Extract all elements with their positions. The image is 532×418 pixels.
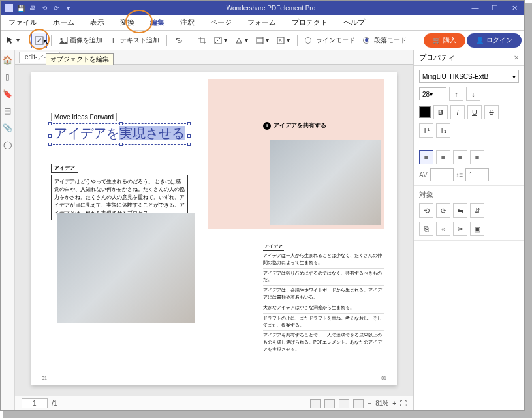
extract-icon[interactable]: ⎘ — [419, 222, 433, 236]
minimize-button[interactable]: — — [465, 1, 485, 15]
svg-text:B: B — [279, 38, 282, 43]
redo-icon[interactable]: ⟳ — [52, 3, 61, 12]
font-size-input[interactable]: 28 ▾ — [419, 87, 446, 100]
rotate-left-icon[interactable]: ⟲ — [419, 203, 433, 218]
close-button[interactable]: ✕ — [505, 1, 524, 15]
properties-title: プロパティ — [419, 53, 455, 63]
buy-button[interactable]: 🛒 購入 — [424, 33, 465, 48]
line-spacing-input[interactable] — [465, 168, 489, 181]
flip-vertical-icon[interactable]: ⇵ — [470, 203, 484, 218]
menu-convert[interactable]: 変換 — [112, 15, 142, 30]
search-icon[interactable]: ◯ — [3, 140, 12, 149]
idea-text-block-2[interactable]: アイデア アイデアは一人から生まれることは少なく、たくさんの仲間の協力によって生… — [263, 243, 384, 355]
zoom-out-icon[interactable]: − — [368, 400, 371, 407]
status-bar: 1 /1 − 81% + ⛶ — [15, 396, 413, 410]
watermark-tool[interactable]: ▾ — [211, 33, 230, 48]
page-input[interactable]: 1 — [22, 398, 48, 408]
view-two-page-icon[interactable] — [339, 399, 349, 408]
underline-icon[interactable]: U — [467, 105, 482, 119]
flip-horizontal-icon[interactable]: ⇋ — [453, 203, 467, 218]
app-title: Wondershare PDFelement Pro — [76, 5, 465, 12]
panel-close-icon[interactable]: ✕ — [514, 54, 519, 61]
edit-toolbar: ▾ 画像を追加 Tテキスト追加 ▾ ▾ ▾ B▾ ラインモード 段落モード 🛒 … — [1, 31, 524, 50]
edit-object-tooltip: オブジェクトを編集 — [46, 53, 114, 65]
menu-protect[interactable]: プロテクト — [284, 15, 336, 30]
char-spacing-icon: AV — [419, 172, 428, 179]
crop-tool[interactable] — [195, 33, 210, 48]
svg-point-3 — [61, 38, 63, 40]
rotate-right-icon[interactable]: ⟳ — [436, 203, 450, 218]
view-continuous-icon[interactable] — [324, 399, 335, 408]
document-canvas[interactable]: Move Ideas Forward アイデアを実現させる iアイデアを共有する… — [15, 65, 413, 396]
strikethrough-icon[interactable]: S — [484, 105, 499, 119]
italic-icon[interactable]: I — [450, 105, 465, 119]
headline-jp-selection[interactable]: アイデアを実現させる — [50, 123, 189, 145]
share-badge: iアイデアを共有する — [263, 121, 326, 130]
bold-icon[interactable]: B — [433, 105, 448, 119]
photo-pottery[interactable] — [57, 213, 195, 323]
svg-text:T: T — [111, 37, 116, 44]
menu-edit[interactable]: 編集 — [142, 15, 172, 30]
align-right-icon[interactable]: ≡ — [453, 150, 467, 164]
increase-size-icon[interactable]: ↑ — [449, 87, 463, 101]
select-tool[interactable]: ▾ — [3, 33, 23, 48]
add-image-button[interactable]: 画像を追加 — [55, 33, 106, 48]
qat-dropdown-icon[interactable]: ▾ — [63, 3, 72, 12]
edit-object-tool[interactable] — [31, 33, 47, 48]
menu-view[interactable]: 表示 — [82, 15, 112, 30]
menu-bar: ファイル ホーム 表示 変換 編集 注釈 ページ フォーム プロテクト ヘルプ — [1, 15, 524, 31]
photo-coffee-cup[interactable] — [270, 140, 381, 225]
thumbnails-icon[interactable]: ▯ — [5, 72, 10, 82]
attachments-icon[interactable]: 📎 — [3, 123, 12, 132]
font-family-dropdown[interactable]: MingLiU_HKSCS-ExtB▾ — [419, 70, 519, 83]
paragraph-mode-radio[interactable]: 段落モード — [360, 33, 410, 48]
menu-form[interactable]: フォーム — [240, 15, 284, 30]
home-icon[interactable]: 🏠 — [3, 55, 12, 65]
fullscreen-icon[interactable]: ⛶ — [400, 400, 407, 407]
header-footer-tool[interactable]: ▾ — [253, 33, 272, 48]
bates-tool[interactable]: B▾ — [274, 33, 293, 48]
menu-page[interactable]: ページ — [202, 15, 240, 30]
zoom-value: 81% — [375, 400, 388, 407]
zoom-in-icon[interactable]: + — [392, 400, 396, 407]
line-mode-radio[interactable]: ラインモード — [302, 33, 358, 48]
svg-rect-0 — [5, 4, 13, 12]
print-icon[interactable]: 🖶 — [28, 3, 37, 12]
svg-line-6 — [215, 38, 221, 43]
add-text-label: テキスト追加 — [120, 36, 159, 45]
decrease-size-icon[interactable]: ↓ — [466, 87, 480, 101]
menu-help[interactable]: ヘルプ — [336, 15, 373, 30]
align-center-icon[interactable]: ≡ — [436, 150, 450, 164]
link-tool[interactable] — [171, 33, 187, 48]
menu-annotate[interactable]: 注釈 — [172, 15, 202, 30]
login-button[interactable]: 👤 ログイン — [467, 33, 522, 48]
maximize-button[interactable]: ☐ — [485, 1, 505, 15]
align-left-icon[interactable]: ≡ — [419, 150, 433, 164]
menu-file[interactable]: ファイル — [1, 15, 45, 30]
align-justify-icon[interactable]: ≡ — [470, 150, 484, 164]
page-footer-left: 01 — [42, 376, 47, 380]
app-icon — [5, 3, 14, 12]
font-color-swatch[interactable] — [419, 106, 431, 118]
bookmarks-icon[interactable]: 🔖 — [3, 89, 12, 98]
subscript-icon[interactable]: T₁ — [436, 123, 450, 138]
char-spacing-input[interactable] — [430, 168, 454, 181]
view-two-continuous-icon[interactable] — [353, 399, 364, 408]
superscript-icon[interactable]: T¹ — [419, 123, 433, 138]
undo-icon[interactable]: ⟲ — [40, 3, 49, 12]
comments-icon[interactable]: ▤ — [4, 106, 11, 115]
idea-text-block-1[interactable]: アイデア アイデアはどうやって生まれるのだろう。 ときには感覚の白や、人知れない… — [51, 164, 188, 220]
title-bar: 💾 🖶 ⟲ ⟳ ▾ Wondershare PDFelement Pro — ☐… — [1, 1, 524, 15]
transform-section-title: 対象 — [419, 190, 519, 200]
crop-image-icon[interactable]: ✂ — [453, 222, 467, 236]
add-text-button[interactable]: Tテキスト追加 — [107, 33, 163, 48]
save-icon[interactable]: 💾 — [16, 3, 25, 12]
menu-home[interactable]: ホーム — [45, 15, 82, 30]
arrange-icon[interactable]: ▣ — [470, 222, 484, 236]
headline-en[interactable]: Move Ideas Forward — [51, 113, 117, 121]
view-single-icon[interactable] — [310, 399, 321, 408]
line-spacing-icon: ↕≡ — [456, 172, 463, 179]
page-total: /1 — [52, 400, 57, 407]
replace-icon[interactable]: ⟐ — [436, 222, 450, 236]
background-tool[interactable]: ▾ — [232, 33, 251, 48]
